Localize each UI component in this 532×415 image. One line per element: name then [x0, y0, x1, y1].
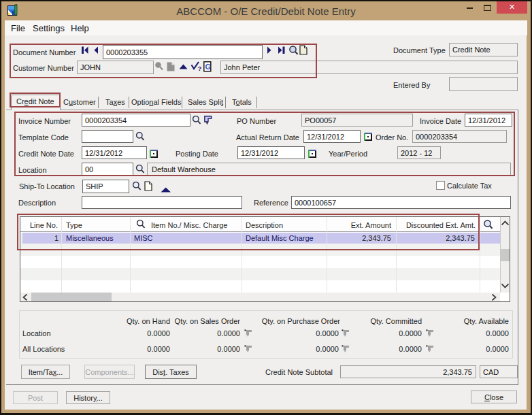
svg-text:?: ? — [198, 65, 202, 72]
svg-text:G: G — [205, 63, 211, 71]
